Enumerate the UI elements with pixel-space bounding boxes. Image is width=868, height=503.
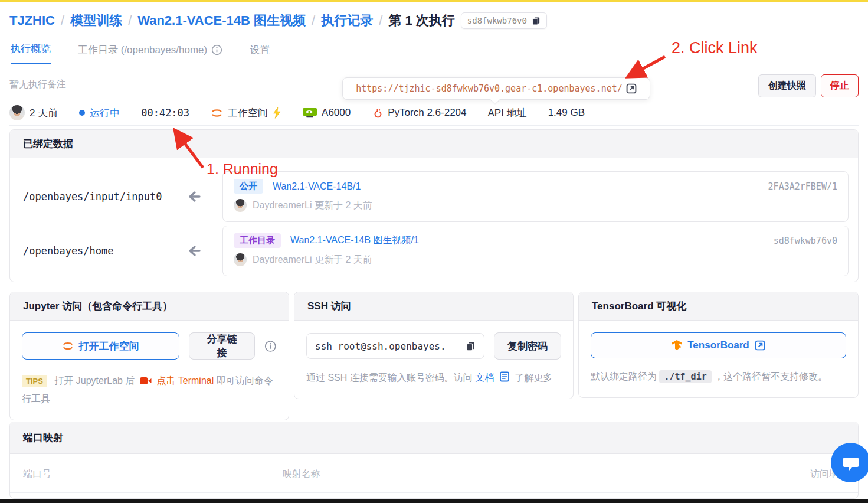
workspace-label: 工作空间	[228, 106, 268, 120]
user-avatar	[9, 105, 25, 120]
pytorch-icon	[372, 107, 383, 119]
ssh-desc: 通过 SSH 连接需要输入账号密码。访问 文档 了解更多	[306, 369, 561, 387]
breadcrumb-separator: /	[379, 13, 382, 28]
tips-badge: TIPS	[22, 375, 47, 387]
framework: PyTorch 2.6-2204	[372, 107, 466, 119]
annotation-click-link: 2. Click Link	[672, 39, 758, 57]
status-row: 2 天前 运行中 00:42:03 工作空间 A6000 PyTorch 2.6…	[9, 104, 585, 122]
ssh-card-title: SSH 访问	[294, 292, 573, 321]
tensorboard-card-title: TensorBoard 可视化	[579, 292, 858, 321]
bound-data-row: /openbayes/input/input0 公开 Wan2.1-VACE-1…	[10, 171, 849, 222]
dataset-link[interactable]: Wan2.1-VACE-14B 图生视频/1	[290, 234, 419, 247]
port-mapping-title: 端口映射	[10, 422, 858, 454]
tabs-divider	[0, 61, 868, 61]
stop-button[interactable]: 停止	[821, 74, 859, 97]
chat-bubble-icon	[840, 452, 862, 473]
owner-avatar	[234, 199, 247, 212]
dataset-owner: DaydreamerLi 更新于 2 天前	[253, 200, 372, 212]
execution-id-chip[interactable]: sd8fwkwb76v0	[461, 12, 547, 29]
api-url[interactable]: https://tjzhic-sd8fwkwb76v0.gear-c1.open…	[356, 83, 623, 94]
execution-id: sd8fwkwb76v0	[467, 16, 527, 25]
breadcrumb-separator: /	[61, 13, 64, 28]
jupyter-icon	[211, 107, 223, 119]
dataset-link[interactable]: Wan2.1-VACE-14B/1	[273, 181, 361, 192]
tensorflow-icon	[672, 339, 682, 351]
column-mapping-name: 映射名称	[283, 468, 320, 481]
dataset-id: sd8fwkwb76v0	[774, 236, 837, 246]
breadcrumb-exec-records[interactable]: 执行记录	[321, 12, 373, 30]
dataset-id: 2FA3A2rFBEW/1	[768, 181, 837, 192]
ssh-card: SSH 访问 ssh root@ssh.openbayes. 复制密码 通过 S…	[294, 292, 574, 399]
ssh-command: ssh root@ssh.openbayes.	[315, 341, 446, 352]
bound-data-body: /openbayes/input/input0 公开 Wan2.1-VACE-1…	[10, 158, 858, 276]
breadcrumb-separator: /	[312, 13, 315, 28]
run-state-label: 运行中	[90, 106, 120, 120]
copy-password-button[interactable]: 复制密码	[494, 332, 561, 360]
table-divider	[10, 492, 858, 493]
open-workspace-button[interactable]: 打开工作空间	[22, 332, 179, 360]
video-camera-icon	[140, 377, 152, 385]
breadcrumb: TJZHIC / 模型训练 / Wan2.1-VACE-14B 图生视频 / 执…	[9, 12, 547, 30]
info-icon	[211, 44, 222, 55]
breadcrumb-separator: /	[128, 13, 132, 28]
column-port: 端口号	[23, 468, 51, 481]
gpu-label: A6000	[322, 107, 351, 119]
copy-icon[interactable]	[466, 341, 476, 351]
breadcrumb-project[interactable]: Wan2.1-VACE-14B 图生视频	[137, 12, 306, 30]
ssh-command-box[interactable]: ssh root@ssh.openbayes.	[306, 333, 484, 359]
open-url-external-link-icon[interactable]	[626, 83, 637, 94]
click-terminal-highlight: 点击 Terminal	[156, 375, 214, 386]
bound-data-title: 已绑定数据	[10, 130, 858, 158]
lightning-icon	[273, 107, 281, 119]
storage-size: 1.49 GB	[548, 107, 585, 119]
bind-arrow-left-icon	[188, 245, 204, 257]
status-divider	[9, 125, 859, 126]
mount-path: /openbayes/input/input0	[10, 191, 188, 202]
jupyter-card-title: Jupyter 访问（包含命令行工具）	[10, 292, 289, 321]
dataset-card: 公开 Wan2.1-VACE-14B/1 2FA3A2rFBEW/1 Daydr…	[222, 171, 849, 222]
jupyter-card: Jupyter 访问（包含命令行工具） 打开工作空间 分享链接 TIPS 打开 …	[9, 292, 289, 420]
elapsed-time: 00:42:03	[141, 107, 189, 119]
created-time: 2 天前	[30, 106, 58, 120]
dataset-card: 工作目录 Wan2.1-VACE-14B 图生视频/1 sd8fwkwb76v0…	[222, 226, 849, 276]
owner-avatar	[234, 253, 247, 266]
execution-note: 暂无执行备注	[9, 79, 66, 91]
tensorboard-card: TensorBoard 可视化 TensorBoard 默认绑定路径为 ./tf…	[578, 292, 859, 398]
breadcrumb-model-training[interactable]: 模型训练	[70, 12, 122, 30]
gpu-type: A6000	[303, 107, 351, 119]
jupyter-icon	[62, 340, 74, 352]
workspace-type: 工作空间	[211, 106, 281, 120]
tf-dir-path: ./tf_dir	[659, 370, 711, 383]
copy-icon[interactable]	[532, 17, 541, 25]
workdir-badge: 工作目录	[234, 233, 281, 248]
api-url-tooltip: https://tjzhic-sd8fwkwb76v0.gear-c1.open…	[342, 77, 650, 100]
top-actions: 创建快照 停止	[758, 74, 859, 97]
port-table: 端口号 映射名称 访问地址	[10, 454, 858, 499]
doc-book-icon[interactable]	[499, 371, 510, 382]
run-state: 运行中	[79, 106, 120, 120]
api-address-label[interactable]: API 地址	[488, 106, 527, 120]
bind-arrow-left-icon	[188, 191, 204, 202]
info-icon[interactable]	[264, 340, 277, 352]
create-snapshot-button[interactable]: 创建快照	[758, 74, 816, 97]
running-dot-icon	[79, 110, 85, 116]
breadcrumb-org[interactable]: TJZHIC	[9, 13, 55, 28]
jupyter-tips: TIPS 打开 JupyterLab 后 点击 Terminal 即可访问命令行…	[22, 371, 277, 408]
mount-path: /openbayes/home	[10, 245, 188, 257]
tensorboard-button[interactable]: TensorBoard	[591, 332, 846, 358]
service-cards-row: Jupyter 访问（包含命令行工具） 打开工作空间 分享链接 TIPS 打开 …	[9, 292, 859, 420]
chat-widget-button[interactable]	[831, 443, 868, 482]
port-mapping-panel: 端口映射 端口号 映射名称 访问地址	[9, 422, 859, 499]
share-link-button[interactable]: 分享链接	[189, 332, 256, 360]
tooltip-caret	[490, 95, 500, 105]
framework-label: PyTorch 2.6-2204	[388, 107, 466, 119]
tensorboard-desc: 默认绑定路径为 ./tf_dir ，这个路径暂不支持修改。	[591, 368, 846, 386]
nvidia-icon	[303, 107, 317, 118]
bound-data-panel: 已绑定数据 /openbayes/input/input0 公开 Wan2.1-…	[9, 129, 859, 282]
page-title: 第 1 次执行	[388, 12, 454, 30]
visibility-badge: 公开	[234, 179, 263, 194]
bottom-dark-strip	[0, 499, 868, 503]
top-yellow-strip	[0, 0, 868, 2]
bound-data-row: /openbayes/home 工作目录 Wan2.1-VACE-14B 图生视…	[10, 226, 849, 276]
docs-link[interactable]: 文档	[475, 373, 494, 383]
